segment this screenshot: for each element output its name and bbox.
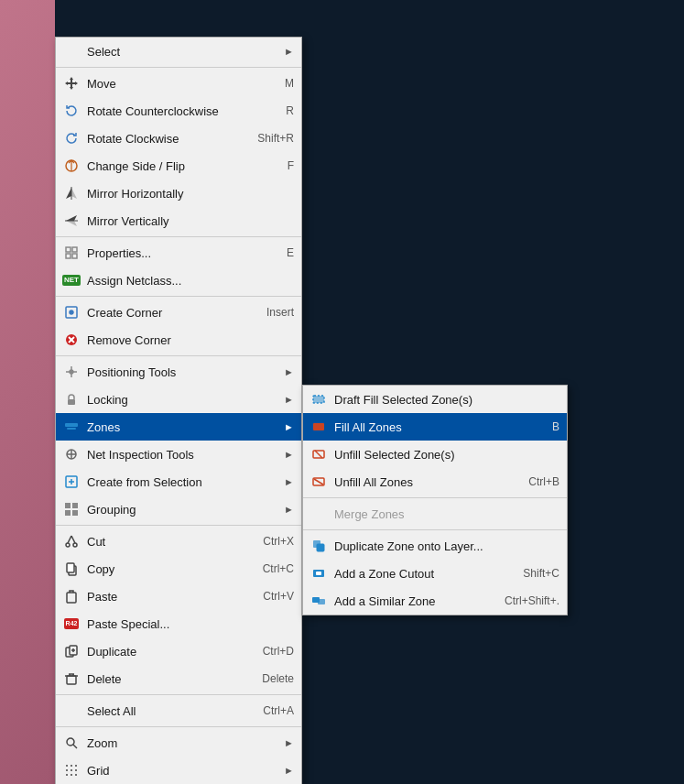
svg-rect-24 bbox=[65, 503, 71, 508]
shortcut-duplicate: Ctrl+D bbox=[263, 645, 294, 658]
separator-6 bbox=[56, 694, 301, 695]
svg-line-31 bbox=[71, 536, 75, 543]
svg-point-47 bbox=[71, 765, 72, 767]
menu-label-zoom: Zoom bbox=[87, 736, 280, 750]
submenu-separator-2 bbox=[303, 529, 567, 530]
menu-item-zones[interactable]: Zones ► bbox=[56, 413, 301, 441]
separator-1 bbox=[56, 67, 301, 68]
menu-item-rotate-cw[interactable]: Rotate Clockwise Shift+R bbox=[56, 125, 301, 152]
svg-rect-39 bbox=[67, 676, 76, 684]
context-menu: Select ► Move M Rotate Counterclockwise … bbox=[55, 37, 302, 784]
menu-item-select[interactable]: Select ► bbox=[56, 38, 301, 65]
menu-item-positioning[interactable]: Positioning Tools ► bbox=[56, 358, 301, 386]
zoom-icon bbox=[61, 733, 81, 753]
shortcut-create-corner: Insert bbox=[266, 306, 294, 319]
menu-label-duplicate: Duplicate bbox=[87, 645, 255, 659]
svg-rect-10 bbox=[72, 254, 77, 258]
menu-item-select-all[interactable]: Select All Ctrl+A bbox=[56, 697, 301, 724]
svg-marker-4 bbox=[66, 215, 77, 221]
submenu-label-unfill-all: Unfill All Zones bbox=[334, 475, 521, 489]
menu-item-grid[interactable]: Grid ► bbox=[56, 757, 301, 784]
unfill-all-icon bbox=[309, 472, 329, 492]
separator-5 bbox=[56, 525, 301, 526]
menu-item-move[interactable]: Move M bbox=[56, 70, 301, 97]
submenu-item-add-similar[interactable]: Add a Similar Zone Ctrl+Shift+. bbox=[303, 587, 567, 615]
menu-item-mirror-h[interactable]: Mirror Horizontally bbox=[56, 180, 301, 207]
menu-item-rotate-ccw[interactable]: Rotate Counterclockwise R bbox=[56, 97, 301, 125]
menu-item-duplicate[interactable]: Duplicate Ctrl+D bbox=[56, 637, 301, 665]
menu-item-delete[interactable]: Delete Delete bbox=[56, 665, 301, 692]
menu-label-rotate-cw: Rotate Clockwise bbox=[87, 132, 250, 146]
svg-rect-55 bbox=[313, 396, 324, 403]
properties-icon bbox=[61, 243, 81, 263]
mirror-h-icon bbox=[61, 183, 81, 203]
menu-label-mirror-h: Mirror Horizontally bbox=[87, 187, 294, 201]
svg-rect-63 bbox=[317, 544, 324, 551]
svg-point-53 bbox=[71, 774, 72, 776]
dup-zone-icon bbox=[309, 536, 329, 556]
menu-label-create-corner: Create Corner bbox=[87, 306, 259, 320]
zones-icon bbox=[61, 417, 81, 437]
shortcut-select-all: Ctrl+A bbox=[263, 704, 294, 717]
menu-item-create-corner[interactable]: Create Corner Insert bbox=[56, 299, 301, 326]
svg-rect-26 bbox=[65, 510, 71, 516]
menu-item-copy[interactable]: Copy Ctrl+C bbox=[56, 555, 301, 583]
menu-item-properties[interactable]: Properties... E bbox=[56, 239, 301, 267]
menu-item-paste-special[interactable]: R42 Paste Special... bbox=[56, 610, 301, 637]
menu-item-create-selection[interactable]: Create from Selection ► bbox=[56, 468, 301, 495]
submenu-item-add-cutout[interactable]: Add a Zone Cutout Shift+C bbox=[303, 560, 567, 587]
rotate-cw-icon bbox=[61, 128, 81, 148]
shortcut-flip: F bbox=[288, 159, 294, 172]
shortcut-paste: Ctrl+V bbox=[263, 590, 294, 603]
svg-point-49 bbox=[66, 769, 68, 771]
menu-item-cut[interactable]: Cut Ctrl+X bbox=[56, 528, 301, 555]
svg-marker-2 bbox=[71, 188, 77, 199]
svg-point-29 bbox=[73, 543, 77, 547]
unfill-selected-icon bbox=[309, 444, 329, 464]
menu-item-grouping[interactable]: Grouping ► bbox=[56, 495, 301, 523]
menu-item-assign-netclass[interactable]: NET Assign Netclass... bbox=[56, 267, 301, 294]
add-cutout-icon bbox=[309, 563, 329, 583]
paste-icon bbox=[61, 586, 81, 606]
svg-point-51 bbox=[75, 769, 77, 771]
menu-item-zoom[interactable]: Zoom ► bbox=[56, 729, 301, 757]
svg-point-28 bbox=[66, 543, 70, 547]
svg-rect-8 bbox=[72, 247, 77, 252]
menu-item-mirror-v[interactable]: Mirror Vertically bbox=[56, 207, 301, 234]
menu-item-net-inspect[interactable]: Net Inspection Tools ► bbox=[56, 441, 301, 468]
svg-point-44 bbox=[67, 738, 74, 746]
svg-rect-21 bbox=[67, 428, 76, 430]
submenu-item-draft-fill[interactable]: Draft Fill Selected Zone(s) bbox=[303, 386, 567, 413]
menu-label-paste: Paste bbox=[87, 590, 255, 604]
menu-label-remove-corner: Remove Corner bbox=[87, 333, 294, 347]
submenu-item-unfill-all[interactable]: Unfill All Zones Ctrl+B bbox=[303, 468, 567, 495]
menu-item-paste[interactable]: Paste Ctrl+V bbox=[56, 583, 301, 610]
svg-rect-33 bbox=[67, 563, 74, 572]
menu-label-mirror-v: Mirror Vertically bbox=[87, 214, 294, 228]
grid-icon bbox=[61, 760, 81, 780]
move-icon bbox=[61, 73, 81, 93]
menu-item-flip[interactable]: Change Side / Flip F bbox=[56, 152, 301, 180]
create-selection-icon bbox=[61, 472, 81, 492]
submenu-item-unfill-selected[interactable]: Unfill Selected Zone(s) bbox=[303, 441, 567, 468]
svg-rect-20 bbox=[65, 423, 78, 427]
menu-item-remove-corner[interactable]: Remove Corner bbox=[56, 326, 301, 354]
menu-label-grid: Grid bbox=[87, 764, 280, 778]
submenu-item-dup-zone[interactable]: Duplicate Zone onto Layer... bbox=[303, 532, 567, 560]
menu-label-select: Select bbox=[87, 45, 280, 59]
duplicate-icon bbox=[61, 641, 81, 661]
menu-label-grouping: Grouping bbox=[87, 503, 280, 517]
svg-point-12 bbox=[70, 310, 73, 314]
arrow-grid: ► bbox=[284, 765, 294, 776]
menu-item-locking[interactable]: Locking ► bbox=[56, 386, 301, 413]
select-icon bbox=[61, 41, 81, 61]
arrow-locking: ► bbox=[284, 394, 294, 405]
menu-label-select-all: Select All bbox=[87, 704, 255, 718]
menu-label-properties: Properties... bbox=[87, 246, 279, 260]
add-similar-icon bbox=[309, 591, 329, 611]
submenu-item-fill-all[interactable]: Fill All Zones B bbox=[303, 413, 567, 441]
merge-zones-icon bbox=[309, 504, 329, 524]
svg-line-61 bbox=[314, 479, 323, 485]
paste-special-icon: R42 bbox=[61, 614, 81, 634]
svg-rect-9 bbox=[66, 254, 71, 258]
